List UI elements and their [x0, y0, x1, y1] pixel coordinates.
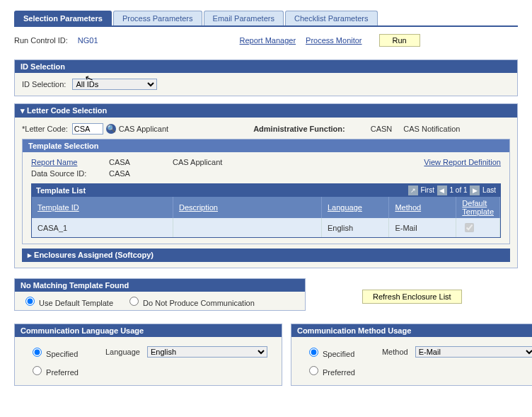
- col-description[interactable]: Description: [173, 197, 321, 218]
- method-select[interactable]: E-Mail: [415, 346, 532, 358]
- method-label: Method: [382, 348, 408, 356]
- language-usage-section: Communication Language Usage Specified L…: [14, 324, 282, 386]
- no-matching-section: No Matching Template Found Use Default T…: [14, 278, 306, 311]
- refresh-enclosure-button[interactable]: Refresh Enclosure List: [362, 290, 462, 304]
- nav-last[interactable]: Last: [482, 186, 496, 194]
- letter-code-section: ▾ Letter Code Selection *Letter Code: 🔍 …: [14, 103, 518, 268]
- template-list-header: Template List ↗ First ◀ 1 of 1 ▶ Last: [32, 184, 500, 197]
- cell-language: English: [321, 218, 388, 237]
- enclosures-header[interactable]: ▸ Enclosures Assigned (Softcopy): [22, 249, 510, 262]
- report-name-link[interactable]: Report Name: [31, 158, 109, 166]
- use-default-radio[interactable]: [25, 297, 35, 306]
- personalize-icon[interactable]: ↗: [408, 185, 418, 195]
- report-name-desc: CAS Applicant: [173, 158, 424, 166]
- template-selection-box: Template Selection Report Name CASA CAS …: [22, 139, 510, 244]
- col-template-id[interactable]: Template ID: [32, 197, 173, 218]
- table-row[interactable]: CASA_1 English E-Mail: [32, 218, 500, 237]
- method-usage-header: Communication Method Usage: [291, 324, 532, 337]
- template-selection-header: Template Selection: [23, 139, 509, 152]
- run-control-label: Run Control ID:: [14, 36, 68, 45]
- nav-first[interactable]: First: [420, 186, 434, 194]
- language-select[interactable]: English: [147, 346, 267, 358]
- cell-default: [456, 218, 500, 237]
- method-usage-section: Communication Method Usage Specified Met…: [291, 324, 532, 386]
- enclosures-header-text: Enclosures Assigned (Softcopy): [34, 251, 154, 259]
- view-report-definition-link[interactable]: View Report Definition: [424, 158, 501, 166]
- use-default-radio-label[interactable]: Use Default Template: [22, 295, 113, 307]
- tab-email-parameters[interactable]: Email Parameters: [204, 11, 284, 25]
- default-template-checkbox: [465, 223, 474, 232]
- col-language[interactable]: Language: [321, 197, 388, 218]
- letter-code-input[interactable]: [72, 123, 103, 135]
- template-list-title: Template List: [36, 186, 86, 195]
- do-not-produce-radio-label[interactable]: Do Not Produce Communication: [126, 295, 255, 307]
- lang-specified-text: Specified: [46, 350, 78, 358]
- tab-selection-parameters[interactable]: Selection Parameters: [14, 11, 112, 25]
- lang-specified-label[interactable]: Specified: [29, 345, 93, 358]
- report-manager-link[interactable]: Report Manager: [240, 36, 296, 45]
- letter-code-header-text: Letter Code Selection: [27, 106, 107, 115]
- lang-specified-radio[interactable]: [33, 348, 42, 357]
- data-source-value: CASA: [109, 169, 130, 178]
- do-not-produce-radio[interactable]: [129, 297, 139, 306]
- admin-function-value: CASN: [371, 125, 393, 133]
- tab-process-parameters[interactable]: Process Parameters: [113, 11, 202, 25]
- tab-strip: Selection Parameters Process Parameters …: [14, 11, 518, 27]
- use-default-text: Use Default Template: [39, 299, 113, 307]
- cell-description: [173, 218, 321, 237]
- language-usage-header: Communication Language Usage: [15, 324, 282, 337]
- col-method[interactable]: Method: [389, 197, 456, 218]
- nav-count: 1 of 1: [450, 186, 468, 194]
- letter-code-label: *Letter Code:: [22, 125, 68, 133]
- lang-preferred-label[interactable]: Preferred: [29, 364, 79, 377]
- data-source-label: Data Source ID:: [31, 169, 109, 178]
- col-default[interactable]: Default Template: [456, 197, 500, 218]
- admin-function-label: Administrative Function:: [253, 125, 345, 133]
- lang-preferred-radio[interactable]: [33, 366, 42, 375]
- admin-function-desc: CAS Notification: [403, 125, 460, 133]
- method-specified-label[interactable]: Specified: [306, 345, 369, 358]
- lang-preferred-text: Preferred: [46, 368, 79, 377]
- method-specified-radio[interactable]: [309, 348, 318, 357]
- run-button[interactable]: Run: [379, 34, 420, 47]
- method-preferred-radio[interactable]: [309, 366, 318, 375]
- cell-template-id: CASA_1: [32, 218, 173, 237]
- id-selection-label: ID Selection:: [22, 80, 66, 88]
- lookup-icon[interactable]: 🔍: [106, 124, 116, 134]
- cell-method: E-Mail: [389, 218, 456, 237]
- template-list-table: Template ID Description Language Method …: [32, 197, 500, 237]
- do-not-produce-text: Do Not Produce Communication: [143, 299, 255, 307]
- method-preferred-text: Preferred: [323, 368, 355, 377]
- letter-code-desc: CAS Applicant: [119, 125, 168, 133]
- report-name-value: CASA: [109, 158, 173, 166]
- tab-checklist-parameters[interactable]: Checklist Parameters: [285, 11, 378, 25]
- next-icon[interactable]: ▶: [470, 185, 480, 195]
- template-list-nav: ↗ First ◀ 1 of 1 ▶ Last: [407, 185, 496, 195]
- process-monitor-link[interactable]: Process Monitor: [306, 36, 362, 45]
- letter-code-header[interactable]: ▾ Letter Code Selection: [15, 104, 517, 118]
- language-label: Language: [105, 348, 140, 356]
- method-preferred-label[interactable]: Preferred: [306, 364, 355, 377]
- run-control-value: NG01: [78, 36, 98, 45]
- run-control-row: Run Control ID: NG01 Report Manager Proc…: [14, 34, 518, 47]
- method-specified-text: Specified: [323, 350, 354, 358]
- prev-icon[interactable]: ◀: [437, 185, 447, 195]
- no-matching-header: No Matching Template Found: [15, 279, 305, 292]
